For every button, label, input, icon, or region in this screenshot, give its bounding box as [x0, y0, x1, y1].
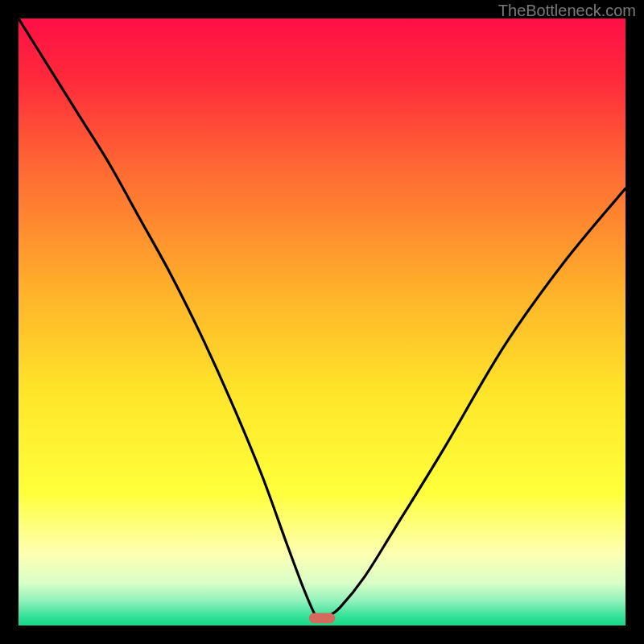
watermark-text: TheBottleneck.com — [498, 2, 636, 20]
optimal-marker — [309, 613, 335, 624]
gradient-background — [19, 19, 625, 625]
bottleneck-chart — [19, 19, 625, 625]
chart-container — [19, 19, 625, 625]
